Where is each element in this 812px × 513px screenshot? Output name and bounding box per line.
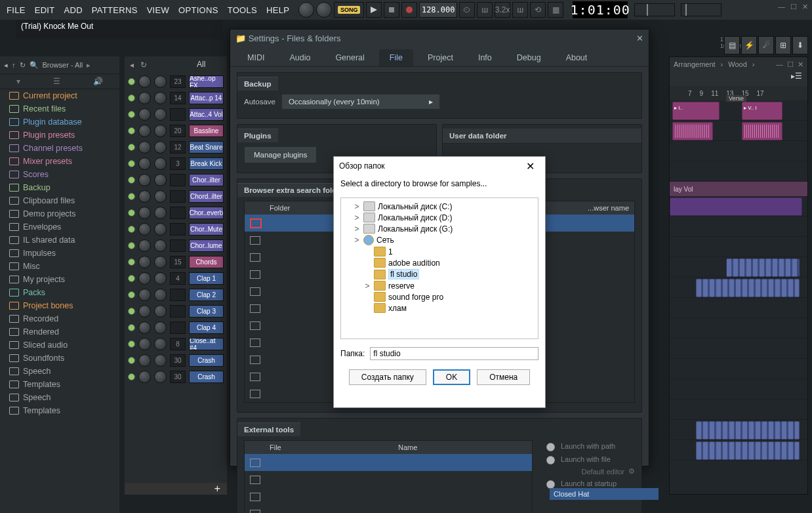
channel-row[interactable]: Chord..ilter (125, 188, 227, 205)
tree-node[interactable]: fl studio (344, 268, 535, 280)
audio-clip[interactable] (742, 122, 782, 140)
channel-row[interactable]: Clap 4 (125, 319, 227, 336)
tab-file[interactable]: File (379, 49, 413, 66)
channel-vol-knob[interactable] (154, 207, 167, 219)
channel-name[interactable]: Close..at #4 (189, 338, 224, 350)
channel-vol-knob[interactable] (154, 305, 167, 318)
ok-button[interactable]: OK (433, 369, 470, 385)
channel-led[interactable] (128, 78, 135, 85)
channel-row[interactable]: Clap 3 (125, 303, 227, 319)
channel-number[interactable] (170, 207, 186, 219)
channel-number[interactable] (170, 174, 186, 186)
mixer-icon[interactable]: ☄ (758, 36, 774, 54)
volume-lane[interactable]: lay Vol (670, 182, 807, 196)
piano-roll-icon[interactable]: ⚡ (741, 36, 757, 54)
dialog-close-button[interactable]: ✕ (521, 159, 540, 174)
channel-row[interactable]: Chor..ilter (125, 172, 227, 188)
channel-name[interactable]: Bassline (189, 125, 224, 137)
tool-row[interactable] (245, 471, 532, 488)
channel-name[interactable]: Attac..4 Vol (189, 108, 224, 121)
bpm-display[interactable]: 128.000 (419, 2, 457, 18)
pl-max-icon[interactable]: ☐ (787, 60, 794, 69)
channel-number[interactable] (170, 223, 186, 236)
channel-row[interactable]: Chor..Mute (125, 221, 227, 237)
master-pitch-knob[interactable] (316, 2, 332, 18)
channel-pan-knob[interactable] (138, 256, 151, 268)
browser-item[interactable]: My projects (0, 273, 119, 286)
pattern-clip[interactable] (696, 421, 800, 440)
channel-name[interactable]: Chord..ilter (189, 190, 224, 203)
channel-vol-knob[interactable] (154, 223, 167, 236)
channel-number[interactable]: 8 (170, 338, 186, 350)
playlist-arrangement[interactable]: Wood (728, 60, 747, 68)
channel-pan-knob[interactable] (138, 207, 151, 219)
channel-vol-knob[interactable] (154, 239, 167, 252)
channel-vol-knob[interactable] (154, 256, 167, 268)
tree-node[interactable]: 1 (344, 246, 535, 257)
channel-pan-knob[interactable] (138, 108, 151, 121)
channel-vol-knob[interactable] (154, 141, 167, 154)
collapse-icon[interactable]: ▾ (16, 77, 20, 86)
tree-node[interactable]: >Локальный диск (C:) (344, 201, 535, 212)
maximize-button[interactable]: ☐ (790, 3, 797, 11)
channel-row[interactable]: Chor..everb (125, 205, 227, 221)
channel-vol-knob[interactable] (154, 371, 167, 383)
channel-pan-knob[interactable] (138, 157, 151, 170)
playlist-toggle-icon[interactable]: ▤ (724, 36, 740, 54)
channel-vol-knob[interactable] (154, 174, 167, 186)
sort-icon[interactable]: ☰ (53, 77, 60, 86)
tree-node[interactable]: >Локальный диск (G:) (344, 223, 535, 234)
pl-close-icon[interactable]: ✕ (798, 60, 803, 69)
channel-row[interactable]: Chor..lume (125, 237, 227, 254)
ch-back-icon[interactable]: ◂ (130, 60, 134, 70)
browser-item[interactable]: Backup (0, 181, 119, 194)
channel-row[interactable]: Attac..4 Vol (125, 106, 227, 123)
launch-path-radio[interactable]: Launch with path (543, 440, 635, 453)
menu-edit[interactable]: EDIT (31, 3, 59, 18)
channel-row[interactable]: Clap 2 (125, 287, 227, 303)
pl-menu-icon[interactable]: ▸☰ (791, 72, 802, 86)
browser-item[interactable]: Mixer presets (0, 155, 119, 168)
channel-led[interactable] (128, 94, 135, 102)
channel-name[interactable]: Clap 2 (189, 289, 224, 301)
automation-clip[interactable] (670, 197, 802, 216)
menu-options[interactable]: OPTIONS (174, 3, 222, 18)
browser-item[interactable]: Project bones (0, 299, 119, 312)
channel-pan-knob[interactable] (138, 371, 151, 383)
play-button[interactable] (366, 2, 382, 18)
channel-row[interactable]: 20Bassline (125, 123, 227, 139)
channel-led[interactable] (128, 291, 135, 298)
channel-led[interactable] (128, 160, 135, 167)
browser-item[interactable]: Recent files (0, 102, 119, 115)
browser-item[interactable]: Speech (0, 391, 119, 404)
browser-item[interactable]: Sliced audio (0, 339, 119, 352)
channel-name[interactable]: Chor..everb (189, 207, 224, 219)
metronome-icon[interactable]: ⏲ (459, 2, 475, 18)
channel-vol-knob[interactable] (154, 75, 167, 88)
reload-icon[interactable]: ↻ (20, 61, 26, 70)
channel-pan-knob[interactable] (138, 125, 151, 137)
step-icon[interactable]: ▦ (548, 2, 563, 18)
browser-item[interactable]: Scores (0, 168, 119, 181)
channel-number[interactable]: 30 (170, 354, 186, 367)
pattern-clip[interactable] (696, 279, 800, 297)
tool-row[interactable] (245, 488, 532, 505)
channel-number[interactable]: 3 (170, 157, 186, 170)
launch-file-radio[interactable]: Launch with file (543, 453, 635, 466)
channel-number[interactable] (170, 108, 186, 121)
tree-node[interactable]: >Локальный диск (D:) (344, 212, 535, 223)
search-icon[interactable]: 🔍 (30, 61, 39, 70)
countdown-icon[interactable]: 3.2x (495, 2, 510, 18)
stop-button[interactable] (384, 2, 399, 18)
browser-icon[interactable]: ⊞ (775, 36, 791, 54)
channel-led[interactable] (128, 209, 135, 216)
channel-vol-knob[interactable] (154, 354, 167, 367)
plugin-icon[interactable]: ⬇ (792, 36, 808, 54)
menu-tools[interactable]: TOOLS (224, 3, 261, 18)
browser-item[interactable]: Speech (0, 365, 119, 378)
channel-filter-all[interactable]: All (197, 56, 227, 72)
channel-name[interactable]: Break Kick (189, 157, 224, 170)
pat-song-toggle[interactable]: SONG (334, 2, 364, 18)
browser-item[interactable]: Plugin presets (0, 129, 119, 142)
channel-vol-knob[interactable] (154, 338, 167, 350)
